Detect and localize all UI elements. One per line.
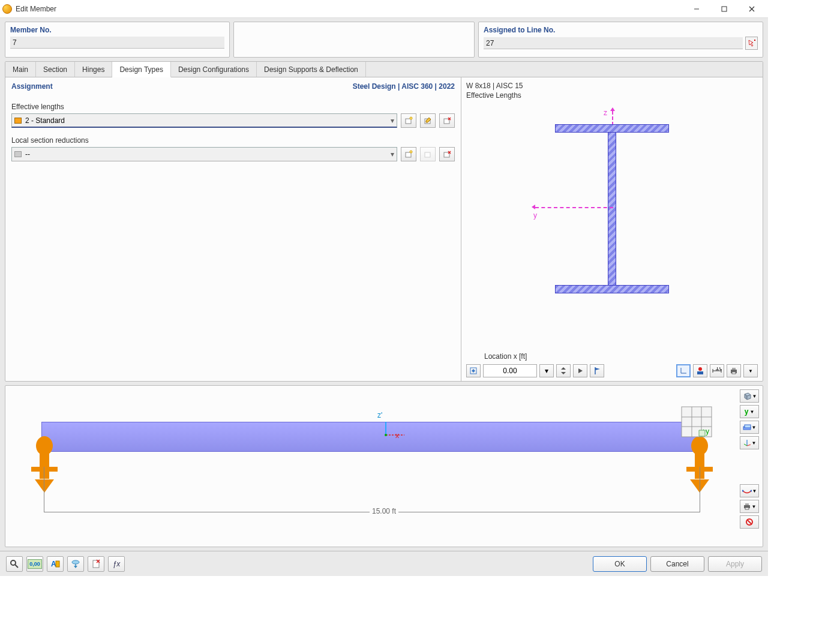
ok-button[interactable]: OK xyxy=(593,556,647,572)
design-code-link[interactable]: Steel Design | AISC 360 | 2022 xyxy=(353,82,455,91)
chevron-down-icon: ▾ xyxy=(545,367,548,375)
svg-rect-65 xyxy=(745,508,749,509)
window-title: Edit Member xyxy=(16,5,683,13)
apply-button[interactable]: Apply xyxy=(708,556,762,572)
close-button[interactable] xyxy=(738,0,766,18)
title-bar: Edit Member xyxy=(0,0,768,18)
tab-design-types[interactable]: Design Types xyxy=(112,62,171,77)
y-axis-icon: y xyxy=(745,407,749,416)
effective-lengths-value: 2 - Standard xyxy=(25,116,65,125)
header-middle-panel xyxy=(233,22,475,58)
effective-lengths-new-button[interactable] xyxy=(401,113,416,128)
tab-design-configurations[interactable]: Design Configurations xyxy=(171,62,257,77)
effective-lengths-label: Effective lengths xyxy=(11,103,455,111)
chevron-down-icon: ▾ xyxy=(391,116,394,125)
z-axis-line xyxy=(612,111,613,125)
member-no-input[interactable] xyxy=(10,37,224,49)
svg-rect-27 xyxy=(697,371,703,374)
assignment-pane: Assignment Steel Design | AISC 360 | 202… xyxy=(5,77,461,381)
section-view-mode-2[interactable] xyxy=(693,364,707,377)
view-layers-button[interactable]: ▼ xyxy=(740,421,759,434)
edit-icon xyxy=(424,150,432,158)
svg-rect-13 xyxy=(406,152,411,157)
svg-point-26 xyxy=(698,367,702,371)
effective-lengths-edit-button[interactable] xyxy=(420,113,436,128)
view-print-button[interactable]: ▼ xyxy=(740,500,759,513)
view-y-button[interactable]: y▼ xyxy=(740,405,759,418)
lsr-edit-button[interactable] xyxy=(420,147,436,161)
play-icon xyxy=(577,368,583,374)
svg-rect-64 xyxy=(745,503,749,505)
formula-button[interactable]: ƒx xyxy=(108,556,125,572)
tab-section[interactable]: Section xyxy=(36,62,75,77)
local-section-reductions-combo[interactable]: -- ▾ xyxy=(11,147,397,161)
effective-lengths-combo[interactable]: 2 - Standard ▾ xyxy=(11,113,397,128)
view-iso-button[interactable]: ▼ xyxy=(740,389,759,403)
support-left-icon xyxy=(26,434,62,500)
cursor-pick-icon xyxy=(748,39,756,47)
formula-icon: ƒx xyxy=(113,560,121,568)
load-icon xyxy=(71,559,80,569)
dialog-footer: 0,00 A ƒx OK Cancel Apply xyxy=(0,551,768,576)
tab-hinges[interactable]: Hinges xyxy=(75,62,112,77)
svg-marker-20 xyxy=(561,367,566,370)
deform-icon xyxy=(742,488,752,494)
section-dimension-button[interactable]: 100 xyxy=(710,364,724,377)
svg-rect-1 xyxy=(722,7,727,11)
section-recenter-button[interactable] xyxy=(466,364,481,377)
location-x-label: Location x [ft] xyxy=(484,352,758,361)
maximize-button[interactable] xyxy=(710,0,738,18)
assignment-title: Assignment xyxy=(11,82,53,91)
beam-preview-panel[interactable]: z' x +y 15.00 ft ▼ y▼ ▼ ▼ ▼ ▼ xyxy=(5,385,763,547)
view-axes-button[interactable]: ▼ xyxy=(740,436,759,449)
location-stepper[interactable] xyxy=(556,364,571,377)
tab-main[interactable]: Main xyxy=(5,62,36,77)
help-button[interactable] xyxy=(6,556,23,572)
print-icon xyxy=(730,367,738,375)
view-reset-button[interactable] xyxy=(740,515,759,529)
effective-lengths-delete-button[interactable] xyxy=(439,113,455,128)
svg-rect-40 xyxy=(31,467,58,472)
location-next-button[interactable] xyxy=(573,364,587,377)
stepper-icon xyxy=(560,367,566,375)
pick-line-button[interactable] xyxy=(745,37,758,50)
svg-line-67 xyxy=(747,520,752,524)
svg-rect-33 xyxy=(732,368,736,370)
svg-point-37 xyxy=(385,434,387,436)
units-button[interactable]: 0,00 xyxy=(26,556,43,572)
view-deform-button[interactable]: ▼ xyxy=(740,484,759,497)
svg-marker-52 xyxy=(699,430,705,436)
svg-line-60 xyxy=(744,444,747,446)
section-print-dropdown[interactable]: ▼ xyxy=(743,364,758,377)
minimize-button[interactable] xyxy=(683,0,710,18)
info-icon xyxy=(696,367,704,375)
text-style-icon: A xyxy=(50,559,60,569)
dim-tick-left xyxy=(44,467,44,512)
magnifier-icon xyxy=(10,559,19,569)
section-print-button[interactable] xyxy=(727,364,741,377)
load-button[interactable] xyxy=(67,556,84,572)
reset-icon xyxy=(745,518,754,526)
section-view-mode-1[interactable] xyxy=(676,364,691,377)
location-dropdown-button[interactable]: ▾ xyxy=(539,364,554,377)
lsr-delete-button[interactable] xyxy=(439,147,455,161)
dimension-icon: 100 xyxy=(712,367,722,374)
i-beam-icon xyxy=(555,124,669,293)
layers-icon xyxy=(743,424,751,431)
units-icon: 0,00 xyxy=(28,559,42,569)
location-x-input[interactable] xyxy=(483,364,537,377)
clipboard-button[interactable] xyxy=(88,556,104,572)
section-canvas[interactable]: z y xyxy=(466,100,758,352)
local-section-reductions-label: Local section reductions xyxy=(11,136,455,145)
lsr-new-button[interactable] xyxy=(401,147,416,161)
tab-design-supports-deflection[interactable]: Design Supports & Deflection xyxy=(257,62,366,77)
section-flag-button[interactable] xyxy=(590,364,604,377)
view-cube-icon[interactable]: +y xyxy=(679,404,715,440)
text-style-button[interactable]: A xyxy=(47,556,64,572)
dim-tick-right xyxy=(700,467,700,512)
cancel-button[interactable]: Cancel xyxy=(650,556,704,572)
delete-icon xyxy=(443,150,451,158)
color-swatch-icon xyxy=(14,151,22,157)
line-no-input[interactable] xyxy=(484,37,743,49)
svg-point-68 xyxy=(11,560,16,565)
